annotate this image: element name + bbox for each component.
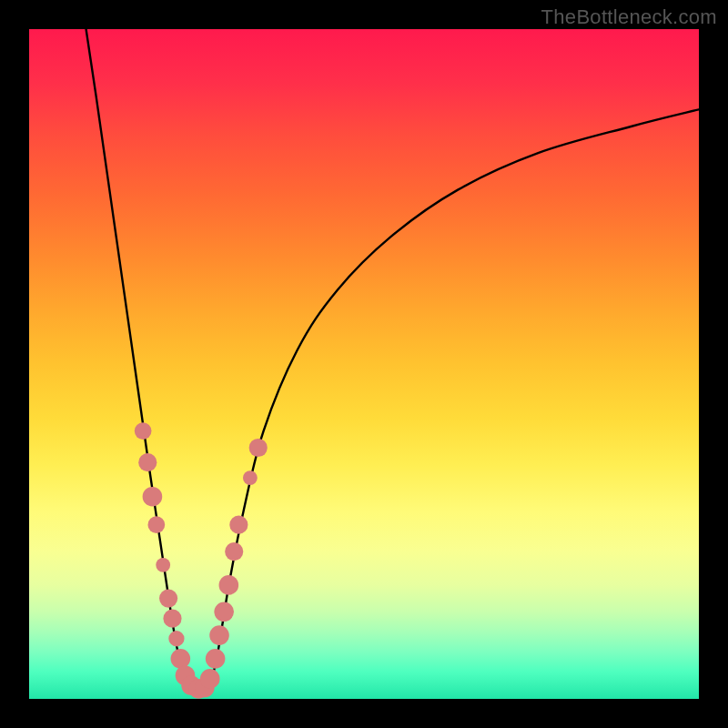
chart-svg [29,29,699,699]
data-marker [229,516,248,534]
data-marker [214,602,234,622]
right-curve [210,109,699,685]
plot-area [29,29,699,699]
data-marker [143,487,163,507]
data-markers [135,422,268,699]
data-marker [159,590,177,608]
data-marker [209,625,229,645]
data-marker [243,470,258,485]
data-marker [200,669,220,689]
data-marker [168,631,184,646]
data-marker [138,453,157,471]
data-marker [135,422,152,440]
data-marker [219,575,239,595]
data-marker [147,516,165,533]
chart-frame: TheBottleneck.com [0,0,728,728]
data-marker [163,610,181,628]
data-marker [249,439,268,457]
left-curve [86,29,190,685]
data-marker [156,558,170,572]
watermark-text: TheBottleneck.com [541,5,717,29]
data-marker [206,649,226,669]
data-marker [171,649,191,669]
data-marker [225,542,243,561]
